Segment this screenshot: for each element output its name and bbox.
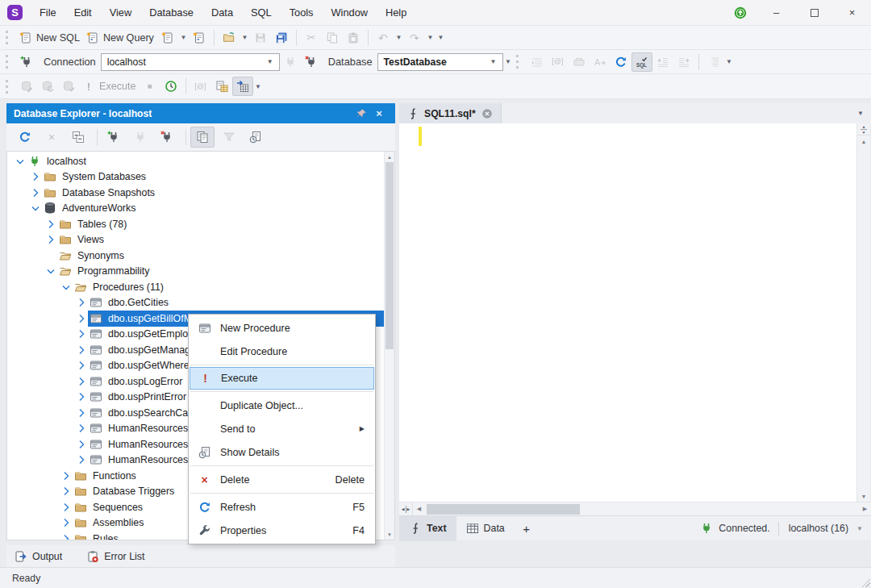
tree-item-programmability[interactable]: Programmability: [7, 264, 384, 280]
tree-item-localhost[interactable]: localhost: [7, 153, 384, 169]
execute-toolbar-options-dropdown[interactable]: ▼: [253, 83, 264, 90]
chevron-collapsed-icon[interactable]: [75, 327, 88, 340]
toolbar-grip[interactable]: [516, 55, 521, 69]
menu-sql[interactable]: SQL: [242, 0, 281, 26]
menu-new-procedure[interactable]: New Procedure: [190, 316, 374, 340]
document-list-dropdown[interactable]: ▼: [857, 110, 864, 117]
editor-horizontal-scrollbar[interactable]: ◀▶ ◀ ▶: [399, 502, 871, 515]
tab-data[interactable]: Data: [456, 516, 515, 541]
menu-duplicate-object[interactable]: Duplicate Object...: [190, 394, 374, 417]
chevron-collapsed-icon[interactable]: [60, 485, 73, 498]
tree-scrollbar-thumb[interactable]: [385, 162, 394, 349]
show-details-button[interactable]: [244, 127, 268, 148]
menu-send-to[interactable]: Send to▶: [190, 417, 374, 440]
menu-view[interactable]: View: [101, 0, 141, 26]
new-sql-button[interactable]: New SQL: [16, 28, 83, 48]
menu-database[interactable]: Database: [140, 0, 202, 26]
collapse-all-button[interactable]: [66, 127, 90, 148]
tab-sql11[interactable]: SQL11.sql*: [399, 103, 502, 123]
new-connection-button[interactable]: [16, 52, 37, 72]
chevron-collapsed-icon[interactable]: [60, 501, 73, 514]
tree-item-system-databases[interactable]: System Databases: [7, 169, 384, 186]
menu-execute[interactable]: !Execute: [190, 367, 374, 390]
chevron-expanded-icon[interactable]: [14, 155, 27, 168]
panel-close-icon[interactable]: ×: [370, 103, 388, 123]
paste-grid-button[interactable]: [211, 77, 232, 96]
menu-show-details[interactable]: Show Details: [190, 440, 374, 464]
toolbar-grip[interactable]: [6, 31, 10, 44]
menu-window[interactable]: Window: [323, 0, 377, 26]
chevron-collapsed-icon[interactable]: [60, 469, 73, 482]
tree-scrollbar[interactable]: ▲ ▼: [384, 152, 394, 540]
update-icon[interactable]: [723, 0, 757, 25]
chevron-collapsed-icon[interactable]: [44, 218, 57, 231]
tree-item-synonyms[interactable]: Synonyms: [7, 248, 384, 264]
add-view-button[interactable]: +: [515, 516, 539, 541]
undo-dropdown[interactable]: ▼: [394, 34, 404, 41]
validate-sql-button[interactable]: SQL: [631, 52, 652, 72]
quick-toolbar-options-dropdown[interactable]: ▼: [436, 34, 446, 41]
database-combo[interactable]: TestDatabase▼: [377, 53, 503, 71]
chevron-collapsed-icon[interactable]: [44, 233, 57, 246]
chevron-collapsed-icon[interactable]: [75, 390, 88, 403]
tree-item-procedures-11[interactable]: Procedures (11): [7, 279, 384, 295]
menu-file[interactable]: File: [31, 0, 65, 26]
close-button[interactable]: ×: [833, 0, 871, 25]
menu-help[interactable]: Help: [377, 0, 415, 26]
chevron-collapsed-icon[interactable]: [29, 186, 42, 199]
chevron-collapsed-icon[interactable]: [60, 516, 73, 529]
new-query-button[interactable]: New Query: [83, 28, 157, 48]
chevron-collapsed-icon[interactable]: [75, 359, 88, 372]
disconnect-button[interactable]: [301, 52, 322, 72]
chevron-collapsed-icon[interactable]: [75, 344, 88, 357]
scroll-up-arrow-icon[interactable]: ▲: [385, 152, 394, 162]
close-tab-icon[interactable]: [481, 107, 494, 120]
chevron-expanded-icon[interactable]: [44, 265, 57, 277]
chevron-collapsed-icon[interactable]: [75, 375, 88, 388]
chevron-collapsed-icon[interactable]: [75, 407, 88, 419]
new-object-button[interactable]: [189, 28, 210, 48]
toolbar-grip[interactable]: [6, 80, 10, 94]
refresh-code-button[interactable]: [611, 52, 631, 72]
maximize-button[interactable]: [795, 0, 833, 25]
scroll-down-arrow-icon[interactable]: ▼: [385, 529, 394, 540]
pin-icon[interactable]: [352, 103, 370, 123]
connection-combo[interactable]: localhost▼: [101, 53, 280, 71]
tree-item-adventureworks[interactable]: AdventureWorks: [7, 201, 384, 217]
menu-tools[interactable]: Tools: [281, 0, 323, 26]
minimize-button[interactable]: –: [757, 0, 795, 25]
scroll-up-arrow-icon[interactable]: ▲: [857, 136, 870, 147]
chevron-collapsed-icon[interactable]: [75, 453, 88, 466]
scroll-down-arrow-icon[interactable]: ▼: [857, 490, 870, 502]
database-group-dropdown[interactable]: ▼: [503, 58, 514, 65]
explorer-new-connection-button[interactable]: [102, 127, 126, 148]
tree-item-tables-78[interactable]: Tables (78): [7, 216, 384, 232]
show-system-objects-button[interactable]: [190, 127, 215, 148]
server-selector[interactable]: localhost (16) ▼: [779, 523, 871, 534]
chevron-collapsed-icon[interactable]: [75, 422, 88, 435]
menu-data[interactable]: Data: [202, 0, 242, 26]
save-all-button[interactable]: [271, 28, 292, 48]
scroll-left-arrow-icon[interactable]: ◀: [413, 503, 425, 515]
resize-grip[interactable]: [860, 577, 870, 587]
editor-vertical-scrollbar[interactable]: ▲▼ ▲ ▼: [856, 123, 870, 502]
editor-vsplit-handle[interactable]: ◀▶: [399, 503, 413, 515]
scroll-right-arrow-icon[interactable]: ▶: [859, 503, 871, 515]
menu-delete[interactable]: ×DeleteDelete: [190, 468, 374, 491]
hscrollbar-thumb[interactable]: [427, 504, 580, 515]
chevron-collapsed-icon[interactable]: [75, 438, 88, 451]
chevron-expanded-icon[interactable]: [60, 281, 73, 294]
menu-edit[interactable]: Edit: [65, 0, 101, 26]
menu-edit-procedure[interactable]: Edit Procedure: [190, 340, 374, 363]
new-document-dropdown[interactable]: ▼: [178, 34, 189, 41]
open-file-button[interactable]: [219, 28, 240, 48]
menu-properties[interactable]: PropertiesF4: [190, 519, 374, 542]
chevron-collapsed-icon[interactable]: [75, 312, 88, 325]
explorer-refresh-button[interactable]: [13, 127, 37, 148]
chevron-collapsed-icon[interactable]: [29, 170, 42, 183]
connection-toolbar-options-dropdown[interactable]: ▼: [724, 58, 735, 65]
chevron-expanded-icon[interactable]: [29, 202, 42, 215]
tab-output[interactable]: Output: [15, 550, 62, 563]
redo-dropdown[interactable]: ▼: [425, 34, 436, 41]
chevron-collapsed-icon[interactable]: [75, 296, 88, 309]
